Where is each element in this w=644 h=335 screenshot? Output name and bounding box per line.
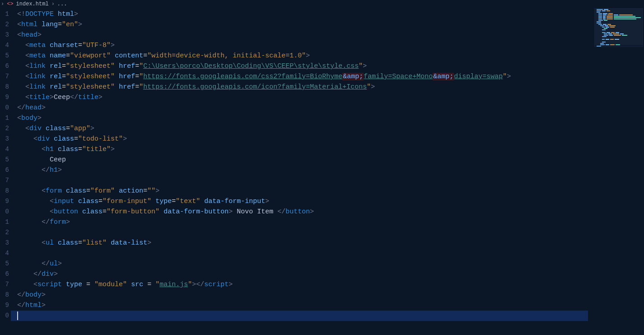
- code-line[interactable]: <button class="form-button" data-form-bu…: [11, 207, 644, 217]
- line-number: 2: [0, 123, 11, 134]
- code-line[interactable]: </h1>: [11, 165, 644, 175]
- line-number: 4: [0, 248, 11, 259]
- code-line[interactable]: <meta name="viewport" content="width=dev…: [11, 51, 644, 61]
- code-line[interactable]: <h1 class="title">: [11, 144, 644, 155]
- code-line[interactable]: </form>: [11, 217, 644, 227]
- code-line[interactable]: [11, 248, 644, 259]
- line-number: 7: [0, 71, 11, 82]
- line-number: 5: [0, 259, 11, 269]
- code-line[interactable]: </ul>: [11, 259, 644, 269]
- line-number: 9: [0, 92, 11, 103]
- line-number: 0: [0, 311, 11, 321]
- line-number: 6: [0, 61, 11, 71]
- line-number: 8: [0, 186, 11, 196]
- line-number: 4: [0, 40, 11, 51]
- line-number: 2: [0, 19, 11, 30]
- line-number: 1: [0, 9, 11, 19]
- line-number: 8: [0, 290, 11, 300]
- code-line[interactable]: </body>: [11, 290, 644, 300]
- line-number: 3: [0, 238, 11, 248]
- code-line[interactable]: <link rel="stylesheet" href="https://fon…: [11, 71, 644, 82]
- code-line[interactable]: Ceep: [11, 155, 644, 165]
- chevron-right-icon: ›: [51, 1, 55, 7]
- line-number: 5: [0, 51, 11, 61]
- line-number: 3: [0, 30, 11, 40]
- code-line[interactable]: <script type = "module" src = "main.js">…: [11, 279, 644, 290]
- file-code-icon: <>: [7, 1, 13, 7]
- line-number: 6: [0, 165, 11, 175]
- code-area[interactable]: <!DOCTYPE html> <html lang="en"> <head> …: [11, 8, 644, 335]
- chevron-right-icon: ›: [1, 1, 4, 7]
- line-number: 2: [0, 227, 11, 238]
- code-line[interactable]: <body>: [11, 113, 644, 123]
- line-number: 6: [0, 269, 11, 279]
- minimap-viewport[interactable]: [595, 9, 643, 45]
- line-number: 5: [0, 155, 11, 165]
- code-line[interactable]: [11, 175, 644, 186]
- line-number: 9: [0, 196, 11, 207]
- code-line[interactable]: <input class="form-input" type="text" da…: [11, 196, 644, 207]
- code-line[interactable]: <form class="form" action="">: [11, 186, 644, 196]
- minimap[interactable]: [594, 8, 643, 47]
- code-line[interactable]: </html>: [11, 300, 644, 311]
- line-number: 7: [0, 175, 11, 186]
- line-number-gutter: 123456789012345678901234567890: [0, 8, 11, 335]
- code-editor[interactable]: 123456789012345678901234567890 <!DOCTYPE…: [0, 8, 644, 335]
- line-number: 3: [0, 134, 11, 144]
- line-number: 7: [0, 279, 11, 290]
- line-number: 0: [0, 207, 11, 217]
- code-line[interactable]: <div class="app">: [11, 123, 644, 134]
- line-number: 1: [0, 113, 11, 123]
- code-line[interactable]: <title>Ceep</title>: [11, 92, 644, 103]
- line-number: 4: [0, 144, 11, 155]
- code-line[interactable]: <div class="todo-list">: [11, 134, 644, 144]
- code-line[interactable]: <meta charset="UTF-8">: [11, 40, 644, 51]
- code-line-active[interactable]: [11, 311, 588, 321]
- code-line[interactable]: <head>: [11, 30, 644, 40]
- code-line[interactable]: </div>: [11, 269, 644, 279]
- code-line[interactable]: <ul class="list" data-list>: [11, 238, 644, 248]
- code-line[interactable]: [11, 227, 644, 238]
- code-line[interactable]: <html lang="en">: [11, 19, 644, 30]
- breadcrumb-file[interactable]: index.html: [16, 1, 49, 7]
- code-line[interactable]: </head>: [11, 103, 644, 113]
- breadcrumb-trail[interactable]: ...: [57, 1, 67, 7]
- line-number: 9: [0, 300, 11, 311]
- breadcrumb[interactable]: › <> index.html › ...: [0, 0, 644, 8]
- text-cursor: [17, 311, 18, 320]
- line-number: 0: [0, 103, 11, 113]
- code-line[interactable]: <link rel="stylesheet" href="C:\Users\po…: [11, 61, 644, 71]
- line-number: 8: [0, 82, 11, 92]
- line-number: 1: [0, 217, 11, 227]
- code-line[interactable]: <!DOCTYPE html>: [11, 9, 644, 19]
- code-line[interactable]: <link rel="stylesheet" href="https://fon…: [11, 82, 644, 92]
